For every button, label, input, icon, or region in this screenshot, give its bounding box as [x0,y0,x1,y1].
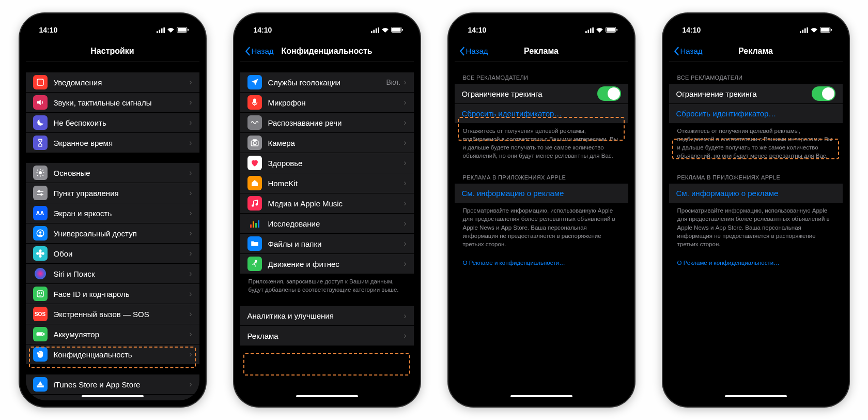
settings-row[interactable]: Микрофон› [240,93,414,113]
sliders-icon [33,186,48,200]
chevron-right-icon: › [189,249,192,258]
settings-row[interactable]: SOSЭкстренный вызов — SOS› [26,304,199,324]
settings-row[interactable]: Звуки, тактильные сигналы› [26,93,199,113]
status-icons [157,27,189,33]
svg-rect-42 [587,29,589,33]
settings-row[interactable]: Уведомления› [26,72,199,93]
settings-row[interactable]: См. информацию о рекламе [669,184,843,203]
svg-point-10 [40,194,42,196]
content-scroll[interactable]: ВСЕ РЕКЛАМОДАТЕЛИОграничение трекингаСбр… [669,62,843,400]
chevron-right-icon: › [189,229,192,238]
settings-row[interactable]: Обои› [26,244,199,264]
settings-row[interactable]: Siri и Поиск› [26,264,199,284]
group-header: ВСЕ РЕКЛАМОДАТЕЛИ [669,72,843,84]
settings-row[interactable]: Камера› [240,133,414,153]
status-time: 14:10 [468,26,487,34]
settings-row[interactable]: Файлы и папки› [240,234,414,254]
chevron-right-icon: › [404,138,406,147]
chevron-right-icon: › [189,78,192,87]
settings-row[interactable]: Face ID и код-пароль› [26,284,199,304]
row-label: Ограничение трекинга [676,89,812,98]
group-footer: Откажитесь от получения целевой рекламы,… [669,124,843,162]
row-label: См. информацию о рекламе [676,189,835,198]
back-button[interactable]: Назад [244,47,274,56]
status-time: 14:10 [39,26,58,34]
svg-point-38 [252,205,253,206]
row-label: Аккумулятор [54,330,190,339]
settings-row[interactable]: Конфиденциальность› [26,344,199,364]
settings-row[interactable]: Медиа и Apple Music› [240,193,414,214]
row-label: Экран и яркость [54,209,190,218]
chevron-right-icon: › [189,329,192,339]
phone-screen: 14:10 Настройки Уведомления›Звуки, такти… [26,20,199,400]
row-label: Звуки, тактильные сигналы [54,98,190,107]
settings-row[interactable]: HomeKit› [240,173,414,193]
row-label: Сбросить идентификатор… [676,109,835,118]
back-button[interactable]: Назад [459,47,488,56]
settings-row[interactable]: Аналитика и улучшения› [240,306,414,326]
svg-point-8 [39,172,41,174]
settings-row[interactable]: Аккумулятор› [26,324,199,344]
settings-row[interactable]: Пункт управления› [26,183,199,203]
nav-bar: Назад Конфиденциальность [240,40,414,62]
settings-row[interactable]: См. информацию о рекламе [455,184,628,203]
row-label: iTunes Store и App Store [54,380,190,389]
home-indicator [510,395,572,397]
status-icons [800,27,832,33]
settings-row[interactable]: Здоровье› [240,153,414,173]
notch [71,20,154,32]
chevron-right-icon: › [404,118,406,127]
content-scroll[interactable]: ВСЕ РЕКЛАМОДАТЕЛИОграничение трекингаСбр… [455,62,628,400]
row-label: Распознавание речи [268,118,404,127]
content-scroll[interactable]: Службы геолокацииВкл.›Микрофон›Распознав… [240,62,414,400]
svg-rect-22 [43,334,44,335]
about-link[interactable]: О Рекламе и конфиденциальности… [455,256,628,269]
settings-row[interactable]: Не беспокоить› [26,113,199,133]
back-label: Назад [680,47,703,55]
settings-row[interactable]: iTunes Store и App Store› [26,374,199,395]
settings-row[interactable]: Сбросить идентификатор… [669,104,843,124]
group-header: РЕКЛАМА В ПРИЛОЖЕНИЯХ APPLE [455,172,628,184]
row-label: Wallet и Apple Pay [54,400,190,401]
settings-row[interactable]: Движение и фитнес› [240,254,414,274]
hourglass-icon [33,136,48,150]
svg-rect-37 [253,140,256,141]
chevron-right-icon: › [404,158,406,168]
page-title: Реклама [524,47,559,56]
svg-rect-44 [592,27,594,33]
settings-row[interactable]: Ограничение трекинга [455,84,628,104]
content-scroll[interactable]: Уведомления›Звуки, тактильные сигналы›Не… [26,62,199,400]
about-link[interactable]: О Рекламе и конфиденциальности… [669,256,843,269]
settings-row[interactable]: Сбросить идентификатор… [455,104,628,124]
toggle-switch[interactable] [812,86,835,101]
phone-screen: 14:10 Назад Реклама ВСЕ РЕКЛАМОДАТЕЛИОгр… [455,20,628,400]
settings-row[interactable]: Распознавание речи› [240,113,414,133]
svg-point-36 [253,142,256,145]
settings-row[interactable]: Универсальный доступ› [26,223,199,244]
settings-row[interactable]: Реклама› [240,326,414,346]
page-title: Конфиденциальность [281,47,372,56]
phone-screen: 14:10 Назад Реклама ВСЕ РЕКЛАМОДАТЕЛИОгр… [669,20,843,400]
row-label: Ограничение трекинга [462,89,597,98]
settings-row[interactable]: Исследование› [240,214,414,234]
svg-point-16 [36,252,38,254]
row-label: Основные [54,169,190,177]
row-label: Обои [54,249,190,258]
svg-rect-28 [373,29,375,33]
settings-row[interactable]: Экранное время› [26,133,199,153]
settings-row[interactable]: Службы геолокацииВкл.› [240,72,414,93]
settings-row[interactable]: AAЭкран и яркость› [26,203,199,223]
back-button[interactable]: Назад [673,47,703,56]
chevron-right-icon: › [189,350,192,359]
svg-rect-32 [392,28,400,32]
svg-rect-2 [161,28,162,33]
row-label: Сбросить идентификатор… [462,109,621,118]
settings-row[interactable]: Основные› [26,163,199,183]
row-label: Siri и Поиск [54,269,190,278]
chevron-right-icon: › [404,331,406,340]
row-label: Уведомления [54,78,190,87]
toggle-switch[interactable] [597,86,621,101]
settings-row[interactable]: Ограничение трекинга [669,84,843,104]
svg-rect-0 [157,31,158,33]
speaker-icon [33,95,48,110]
